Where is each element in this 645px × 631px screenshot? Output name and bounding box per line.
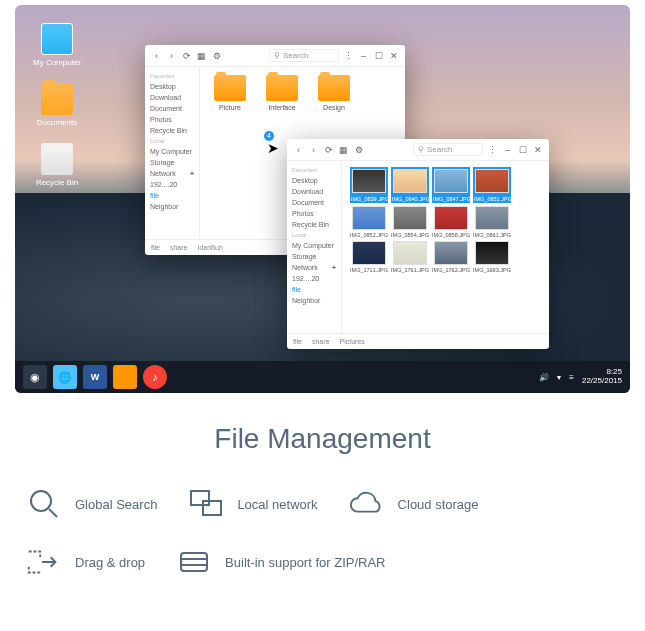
sidebar-item-document[interactable]: Document xyxy=(287,197,341,208)
start-button[interactable]: ◉ xyxy=(23,365,47,389)
folder-icon xyxy=(266,75,298,101)
wifi-icon[interactable]: ▾ xyxy=(557,373,561,382)
image-item[interactable]: IMG_1762.JPG xyxy=(432,241,470,273)
search-icon xyxy=(25,485,63,523)
image-item[interactable]: IMG_1761.JPG xyxy=(391,241,429,273)
feature-dragdrop: Drag & drop xyxy=(25,543,145,581)
section-title: File Management xyxy=(25,423,620,455)
close-button[interactable]: ✕ xyxy=(532,144,543,155)
sidebar-group: Local xyxy=(145,136,199,146)
svg-rect-4 xyxy=(181,553,207,571)
more-button[interactable]: ⋮ xyxy=(487,144,498,155)
sidebar-group: Local xyxy=(287,230,341,240)
forward-button[interactable]: › xyxy=(308,144,319,155)
network-icon xyxy=(187,485,225,523)
desktop-icon-label: Documents xyxy=(33,118,81,127)
folder-icon xyxy=(41,83,73,115)
folder-item[interactable]: Design xyxy=(312,75,356,111)
sidebar-item-photos[interactable]: Photos xyxy=(145,114,199,125)
image-item[interactable]: IMG_0854.JPG xyxy=(391,206,429,238)
sidebar-item-storage[interactable]: Storage xyxy=(287,251,341,262)
image-item[interactable]: IMG_0852.JPG xyxy=(350,206,388,238)
folder-icon xyxy=(318,75,350,101)
image-item[interactable]: IMG_1711.JPG xyxy=(350,241,388,273)
sidebar-group: Network+ xyxy=(287,262,341,273)
cursor-icon: ➤ xyxy=(267,140,279,156)
back-button[interactable]: ‹ xyxy=(293,144,304,155)
folder-item[interactable]: Interface xyxy=(260,75,304,111)
volume-icon[interactable]: 🔊 xyxy=(539,373,549,382)
sidebar-item-storage[interactable]: Storage xyxy=(145,157,199,168)
desktop-icon-computer[interactable]: My Computer xyxy=(33,23,81,67)
search-icon: ⚲ xyxy=(418,145,424,154)
image-item[interactable]: IMG_0851.JPG xyxy=(473,169,511,203)
image-item[interactable]: IMG_0839.JPG xyxy=(350,169,388,203)
file-manager-icon[interactable] xyxy=(113,365,137,389)
sidebar-item-mycomputer[interactable]: My Computer xyxy=(287,240,341,251)
tray-icon[interactable]: ≡ xyxy=(569,373,574,382)
browser-icon[interactable]: 🌐 xyxy=(53,365,77,389)
sidebar-item-photos[interactable]: Photos xyxy=(287,208,341,219)
cloud-icon xyxy=(348,485,386,523)
close-button[interactable]: ✕ xyxy=(388,50,399,61)
search-input[interactable]: ⚲ Search xyxy=(413,143,483,156)
minimize-button[interactable]: – xyxy=(358,50,369,61)
more-button[interactable]: ⋮ xyxy=(343,50,354,61)
sidebar-item-file[interactable]: file xyxy=(287,284,341,295)
refresh-button[interactable]: ⟳ xyxy=(323,144,334,155)
image-item[interactable]: IMG_0861.JPG xyxy=(473,206,511,238)
sidebar-item-recycle[interactable]: Recycle Bin xyxy=(287,219,341,230)
sidebar-item-neighbor[interactable]: Neighbor xyxy=(145,201,199,212)
feature-cloud: Cloud storage xyxy=(348,485,479,523)
marketing-section: File Management Global Search Local netw… xyxy=(0,393,645,611)
word-icon[interactable]: W xyxy=(83,365,107,389)
grid-button[interactable]: ▦ xyxy=(196,50,207,61)
sidebar-item-recycle[interactable]: Recycle Bin xyxy=(145,125,199,136)
music-icon[interactable]: ♪ xyxy=(143,365,167,389)
sidebar-item-desktop[interactable]: Desktop xyxy=(145,81,199,92)
folder-icon xyxy=(214,75,246,101)
minimize-button[interactable]: – xyxy=(502,144,513,155)
svg-rect-3 xyxy=(203,501,221,515)
search-input[interactable]: ⚲ Search xyxy=(269,49,339,62)
archive-icon xyxy=(175,543,213,581)
sidebar-item-ip[interactable]: 192....20 xyxy=(145,179,199,190)
forward-button[interactable]: › xyxy=(166,50,177,61)
drag-drop-icon xyxy=(25,543,63,581)
sidebar-item-document[interactable]: Document xyxy=(145,103,199,114)
titlebar: ‹ › ⟳ ▦ ⚙ ⚲ Search ⋮ – ☐ ✕ xyxy=(287,139,549,161)
sidebar-item-file[interactable]: file xyxy=(145,190,199,201)
sidebar-group: Favorites xyxy=(145,71,199,81)
settings-button[interactable]: ⚙ xyxy=(211,50,222,61)
svg-point-0 xyxy=(31,491,51,511)
maximize-button[interactable]: ☐ xyxy=(373,50,384,61)
search-icon: ⚲ xyxy=(274,51,280,60)
sidebar-item-mycomputer[interactable]: My Computer xyxy=(145,146,199,157)
clock[interactable]: 8:25 22/25/2015 xyxy=(582,368,622,386)
desktop-icon-label: Recycle Bin xyxy=(33,178,81,187)
svg-rect-2 xyxy=(191,491,209,505)
sidebar-item-download[interactable]: Download xyxy=(145,92,199,103)
image-item[interactable]: IMG_0840.JPG xyxy=(391,169,429,203)
desktop-icon-recycle[interactable]: Recycle Bin xyxy=(33,143,81,187)
image-item[interactable]: IMG_0858.JPG xyxy=(432,206,470,238)
desktop-icon-documents[interactable]: Documents xyxy=(33,83,81,127)
sidebar-item-download[interactable]: Download xyxy=(287,186,341,197)
sidebar-item-ip[interactable]: 192....20 xyxy=(287,273,341,284)
image-item[interactable]: IMG_1693.JPG xyxy=(473,241,511,273)
trash-icon xyxy=(41,143,73,175)
settings-button[interactable]: ⚙ xyxy=(353,144,364,155)
refresh-button[interactable]: ⟳ xyxy=(181,50,192,61)
file-manager-window-2: ‹ › ⟳ ▦ ⚙ ⚲ Search ⋮ – ☐ ✕ Favorites Des… xyxy=(287,139,549,349)
sidebar-item-neighbor[interactable]: Neighbor xyxy=(287,295,341,306)
image-item[interactable]: IMG_0847.JPG xyxy=(432,169,470,203)
back-button[interactable]: ‹ xyxy=(151,50,162,61)
grid-button[interactable]: ▦ xyxy=(338,144,349,155)
sidebar-group: Favorites xyxy=(287,165,341,175)
sidebar-item-desktop[interactable]: Desktop xyxy=(287,175,341,186)
feature-network: Local network xyxy=(187,485,317,523)
folder-item[interactable]: Picture xyxy=(208,75,252,111)
maximize-button[interactable]: ☐ xyxy=(517,144,528,155)
desktop-icon-label: My Computer xyxy=(33,58,81,67)
sidebar: Favorites Desktop Download Document Phot… xyxy=(145,67,200,239)
